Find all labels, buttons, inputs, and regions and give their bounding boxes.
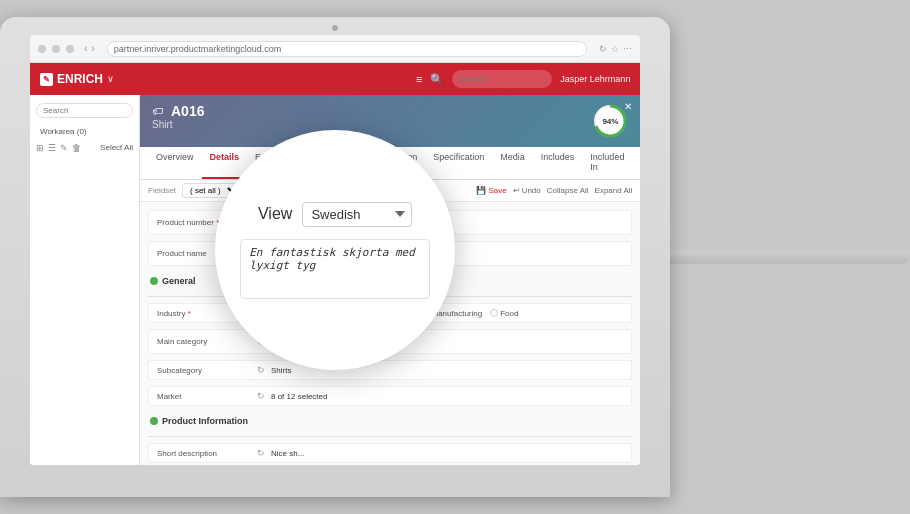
tab-watson[interactable]: Watson AI xyxy=(379,147,425,179)
settings-icon[interactable]: ⋯ xyxy=(623,44,632,54)
collapse-all-button[interactable]: Collapse All xyxy=(547,186,589,195)
subcategory-row: Subcategory ↻ Shirts xyxy=(148,360,632,380)
sidebar-search-input[interactable] xyxy=(36,103,133,118)
radio-diy[interactable]: DIY xyxy=(340,309,363,318)
list-icon[interactable]: ☰ xyxy=(48,143,56,153)
close-icon[interactable]: ✕ xyxy=(624,101,632,112)
section-dot xyxy=(150,277,158,285)
content-area: Workarea (0) ⊞ ☰ ✎ 🗑 Select All xyxy=(30,95,640,465)
tab-b2b[interactable]: B2B xyxy=(280,147,313,179)
edit-icon[interactable]: ✎ xyxy=(60,143,68,153)
product-header: 🏷 A016 Shirt 94% ✕ xyxy=(140,95,640,147)
sync-icon: ↻ xyxy=(257,218,265,228)
tab-ecom[interactable]: E-com xyxy=(247,147,280,179)
short-sync-icon: ↻ xyxy=(257,448,265,458)
radio-food[interactable]: Food xyxy=(490,309,518,318)
industry-sync-icon: ↻ xyxy=(257,308,265,318)
url-text: partner.inriver.productmarketingcloud.co… xyxy=(114,44,282,54)
product-number-row: Product number * ↻ xyxy=(148,210,632,235)
short-desc-label: Short description xyxy=(157,449,257,458)
product-name-label: Product name xyxy=(157,249,257,258)
divider-2 xyxy=(148,436,632,437)
main-category-label: Main category xyxy=(157,337,257,346)
browser-action-icons: ↻ ☆ ⋯ xyxy=(599,44,632,54)
tab-media[interactable]: Media xyxy=(492,147,533,179)
expand-label: Expand All xyxy=(595,186,633,195)
market-value: 8 of 12 selected xyxy=(271,392,327,401)
form-toolbar: Fieldset ( set all ) 💾 Save ↩ Undo xyxy=(140,180,640,202)
browser-traffic-light-3 xyxy=(66,45,74,53)
undo-button[interactable]: ↩ Undo xyxy=(513,186,541,195)
industry-row: Industry * ↻ Fashion/Retail xyxy=(148,303,632,323)
edit-field-icon: ↻ xyxy=(257,249,265,259)
market-label: Market xyxy=(157,392,257,401)
radio-manufacturing[interactable]: Manufacturing xyxy=(422,309,483,318)
logo-area: ✎ ENRICH ∨ xyxy=(40,72,114,86)
grid-icon[interactable]: ⊞ xyxy=(36,143,44,153)
user-label: Jasper Lehrmann xyxy=(560,74,630,84)
select-all-label[interactable]: Select All xyxy=(100,143,133,153)
search-nav-icon[interactable]: 🔍 xyxy=(430,73,444,86)
edit-pen-icon: ✎ xyxy=(271,249,279,259)
tag-icon: 🏷 xyxy=(152,105,163,117)
collapse-label: Collapse All xyxy=(547,186,589,195)
workarea-label: Workarea (0) xyxy=(40,127,87,136)
radio-diy-circle xyxy=(340,309,348,317)
logo-text: ENRICH xyxy=(57,72,103,86)
product-number-input[interactable] xyxy=(271,215,391,230)
bookmark-icon[interactable]: ☆ xyxy=(611,44,619,54)
main-category-select[interactable]: Tops & Shirts xyxy=(271,334,391,349)
top-navigation: ✎ ENRICH ∨ ≡ 🔍 Jasper Lehrmann xyxy=(30,63,640,95)
tab-overview[interactable]: Overview xyxy=(148,147,202,179)
browser-chrome: ‹ › partner.inriver.productmarketingclou… xyxy=(30,35,640,63)
product-info-section-header: Product Information xyxy=(148,412,632,430)
browser-nav: ‹ › xyxy=(84,43,95,54)
short-desc-row: Short description ↻ Nice sh... xyxy=(148,443,632,463)
refresh-icon[interactable]: ↻ xyxy=(599,44,607,54)
industry-label: Industry * xyxy=(157,309,257,318)
product-name-input[interactable] xyxy=(282,246,402,261)
sidebar-icon-bar: ⊞ ☰ ✎ 🗑 Select All xyxy=(36,143,133,153)
radio-food-circle xyxy=(490,309,498,317)
browser-traffic-light-1 xyxy=(38,45,46,53)
product-title-area: 🏷 A016 Shirt xyxy=(152,103,204,130)
forward-icon[interactable]: › xyxy=(91,43,94,54)
product-number-label: Product number * xyxy=(157,218,257,227)
form-area: Product number * ↻ Product name ↻ ✎ xyxy=(140,202,640,465)
radio-furniture-label: Furniture xyxy=(381,309,413,318)
save-button[interactable]: 💾 Save xyxy=(476,186,506,195)
completeness-value: 94% xyxy=(602,117,618,126)
url-bar[interactable]: partner.inriver.productmarketingcloud.co… xyxy=(107,41,588,57)
delete-icon[interactable]: 🗑 xyxy=(72,143,81,153)
category-sync-icon: ↻ xyxy=(257,337,265,347)
save-label: Save xyxy=(488,186,506,195)
radio-manufacturing-circle xyxy=(422,309,430,317)
sidebar-workarea[interactable]: Workarea (0) xyxy=(36,124,133,139)
tab-composition[interactable]: Composition xyxy=(313,147,379,179)
radio-furniture-circle xyxy=(371,309,379,317)
market-row: Market ↻ 8 of 12 selected xyxy=(148,386,632,406)
fieldset-select[interactable]: ( set all ) xyxy=(182,183,241,198)
hamburger-icon[interactable]: ≡ xyxy=(416,73,422,85)
tab-included-in[interactable]: Included In xyxy=(582,147,632,179)
radio-furniture[interactable]: Furniture xyxy=(371,309,413,318)
tab-includes[interactable]: Includes xyxy=(533,147,583,179)
radio-manufacturing-label: Manufacturing xyxy=(432,309,483,318)
undo-icon: ↩ xyxy=(513,186,520,195)
sidebar: Workarea (0) ⊞ ☰ ✎ 🗑 Select All xyxy=(30,95,140,465)
tab-bar: Overview Details E-com B2B Composition W… xyxy=(140,147,640,180)
main-category-row: Main category ↻ Tops & Shirts xyxy=(148,329,632,354)
product-id: A016 xyxy=(171,103,204,119)
nav-icons: ≡ 🔍 Jasper Lehrmann xyxy=(416,70,630,88)
divider xyxy=(148,296,632,297)
back-icon[interactable]: ‹ xyxy=(84,43,87,54)
tab-specification[interactable]: Specification xyxy=(425,147,492,179)
radio-food-label: Food xyxy=(500,309,518,318)
nav-search-input[interactable] xyxy=(452,70,552,88)
tab-details[interactable]: Details xyxy=(202,147,248,179)
logo-caret[interactable]: ∨ xyxy=(107,74,114,84)
market-sync-icon: ↻ xyxy=(257,391,265,401)
expand-all-button[interactable]: Expand All xyxy=(595,186,633,195)
radio-fashion[interactable]: Fashion/Retail xyxy=(271,309,332,318)
general-section-header: General xyxy=(148,272,632,290)
